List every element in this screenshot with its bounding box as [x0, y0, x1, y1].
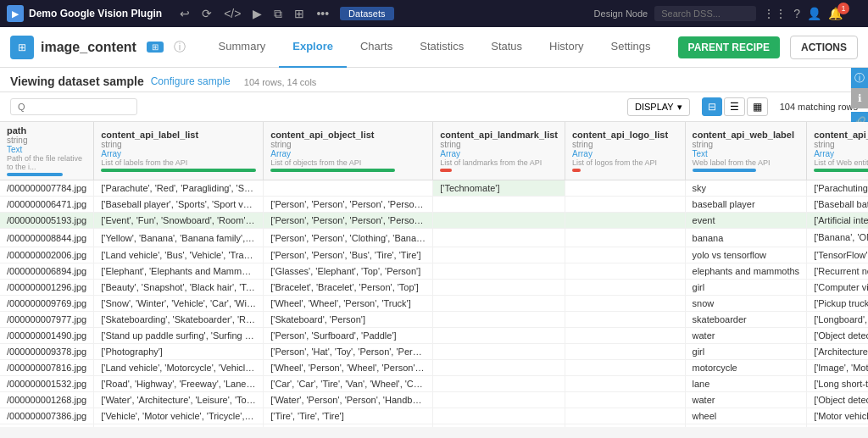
cell-label-list: ['Road', 'Highway', 'Freeway', 'Lane', '… — [94, 376, 264, 392]
code-btn[interactable]: </> — [220, 5, 245, 22]
cell-object-list: ['Car', 'Car', 'Tire', 'Van', 'Wheel', '… — [264, 376, 433, 392]
display-button[interactable]: DISPLAY ▾ — [627, 98, 690, 116]
cell-object-list: ['Person', 'Hat', 'Toy', 'Person', 'Pers… — [264, 344, 433, 360]
side-help-btn[interactable]: ℹ — [851, 88, 868, 108]
col-header-path: path string Text Path of the file relati… — [0, 122, 94, 180]
row-info: 104 rows, 14 cols — [244, 77, 317, 87]
cell-label-list: ['Baseball player', 'Sports', 'Sport ven… — [94, 197, 264, 213]
cell-label-list: ['Land vehicle', 'Bus', 'Vehicle', 'Tran… — [94, 247, 264, 263]
cell-logo-list — [565, 263, 686, 280]
parent-recipe-button[interactable]: PARENT RECIPE — [678, 36, 780, 58]
cell-web-label: skateboarder — [685, 312, 807, 328]
cell-logo-list — [565, 328, 686, 344]
cell-path: /000000007977.jpg — [0, 312, 94, 328]
col-header-web-label: content_api_web_label string Text Web la… — [685, 122, 807, 180]
table-row: /000000006894.jpg['Elephant', 'Elephants… — [0, 263, 868, 280]
cell-landmark-list — [433, 424, 565, 428]
cell-web-entity-list: ['TensorFlow', 'Object detection', 'Algo… — [807, 247, 868, 263]
datasets-label[interactable]: Datasets — [340, 7, 393, 20]
col-header-logo-list: content_api_logo_list string Array List … — [565, 122, 686, 180]
cell-web-entity-list: ['Long short-term memory', 'Data', 'Con.… — [807, 376, 868, 392]
cell-object-list: ['Wheel', 'Person', 'Wheel', 'Person', '… — [264, 360, 433, 376]
cell-logo-list — [565, 197, 686, 213]
tab-charts[interactable]: Charts — [347, 27, 406, 68]
view-toggle: ⊟ ☰ ▦ — [702, 97, 768, 116]
tab-summary[interactable]: Summary — [205, 27, 280, 68]
cell-object-list: ['Person', 'Person', 'Person', 'Person',… — [264, 197, 433, 213]
grid-btn[interactable]: ⊞ — [290, 5, 309, 22]
data-table-container: path string Text Path of the file relati… — [0, 122, 868, 427]
cell-web-entity-list: ['Object detection', 'Image segmentatio.… — [807, 392, 868, 408]
cell-object-list: ['Water', 'Person', 'Person', 'Handbag',… — [264, 392, 433, 408]
table-row: /000000001532.jpg['Road', 'Highway', 'Fr… — [0, 376, 868, 392]
help-icon[interactable]: ? — [793, 7, 800, 20]
help-circle-icon[interactable]: ⓘ — [174, 40, 186, 55]
table-row: /000000007816.jpg['Land vehicle', 'Motor… — [0, 360, 868, 376]
cell-landmark-list — [433, 263, 565, 280]
secondbar: ⊞ image_content ⊞ ⓘ Summary Explore Char… — [0, 27, 868, 68]
cell-path: /000000009769.jpg — [0, 296, 94, 312]
cell-web-entity-list: ['Image', 'Motion blur', 'Kernel', 'Conv… — [807, 360, 868, 376]
global-search[interactable] — [654, 6, 756, 21]
actions-button[interactable]: ACTIONS — [790, 36, 858, 59]
cell-path: /000000003255.jpg — [0, 424, 94, 428]
tab-statistics[interactable]: Statistics — [406, 27, 477, 68]
cell-web-label: baseball player — [685, 197, 807, 213]
cell-web-entity-list: ['Artificial intelligence', 'Image segme… — [807, 213, 868, 229]
cell-web-entity-list: ['Motor vehicle', 'Amazon SageMaker', '1… — [807, 408, 868, 424]
cell-web-entity-list: ['Object detection', 'Computer vision', … — [807, 328, 868, 344]
back-btn[interactable]: ↩ — [175, 5, 194, 22]
tab-status[interactable]: Status — [477, 27, 536, 68]
more-btn[interactable]: ••• — [312, 5, 333, 22]
grid-view-icon[interactable]: ⊟ — [702, 97, 722, 116]
design-node-label: Design Node — [594, 8, 648, 19]
search-input[interactable] — [10, 98, 137, 115]
data-table: path string Text Path of the file relati… — [0, 122, 868, 427]
table-row: /000000001296.jpg['Beauty', 'Snapshot', … — [0, 280, 868, 296]
side-info-btn[interactable]: ⓘ — [851, 68, 868, 88]
table-row: /000000009769.jpg['Snow', 'Winter', 'Veh… — [0, 296, 868, 312]
refresh-btn[interactable]: ⟳ — [198, 5, 216, 22]
cell-label-list: ['Parachute', 'Red', 'Paragliding', 'Sky… — [94, 180, 264, 197]
cell-web-label: yolo vs tensorflow — [685, 247, 807, 263]
cell-path: /000000006894.jpg — [0, 263, 94, 280]
list-view-icon[interactable]: ☰ — [724, 97, 745, 116]
chart-view-icon[interactable]: ▦ — [747, 97, 768, 116]
cell-landmark-list — [433, 408, 565, 424]
cell-path: /000000008844.jpg — [0, 229, 94, 247]
table-row: /000000007386.jpg['Vehicle', 'Motor vehi… — [0, 408, 868, 424]
cell-web-entity-list: ['Longboard', 'Skateboarding', 'Skatebo.… — [807, 312, 868, 328]
col-header-object-list: content_api_object_list string Array Lis… — [264, 122, 433, 180]
table-row: /000000003255.jpg['Snow', 'Mountainous l… — [0, 424, 868, 428]
cell-path: /000000009378.jpg — [0, 344, 94, 360]
table-row: /000000002006.jpg['Land vehicle', 'Bus',… — [0, 247, 868, 263]
user-icon[interactable]: 👤 — [807, 7, 821, 20]
play-btn[interactable]: ▶ — [248, 5, 266, 22]
cell-web-label: wheel — [685, 408, 807, 424]
col-header-label-list: content_api_label_list string Array List… — [94, 122, 264, 180]
cell-label-list: ['Stand up paddle surfing', 'Surfing Equ… — [94, 328, 264, 344]
cell-web-label: event — [685, 213, 807, 229]
dataset-tag: ⊞ — [147, 42, 164, 53]
tab-history[interactable]: History — [536, 27, 597, 68]
cell-web-label: snow — [685, 296, 807, 312]
cell-object-list: ['Person', 'Person', 'Person', 'Person',… — [264, 213, 433, 229]
cell-label-list: ['Event', 'Fun', 'Snowboard', 'Room', 'S… — [94, 213, 264, 229]
tab-settings[interactable]: Settings — [598, 27, 665, 68]
cell-web-entity-list: ['Architecture', 'Feature', 'Neural netw… — [807, 344, 868, 360]
logo-icon: ▶ — [7, 5, 24, 22]
cell-path: /000000001296.jpg — [0, 280, 94, 296]
cell-label-list: ['Land vehicle', 'Motorcycle', 'Vehicle'… — [94, 360, 264, 376]
configure-link[interactable]: Configure sample — [151, 75, 231, 87]
cell-landmark-list — [433, 328, 565, 344]
cell-path: /000000005193.jpg — [0, 213, 94, 229]
copy-btn[interactable]: ⧉ — [270, 5, 287, 23]
tab-explore[interactable]: Explore — [279, 27, 347, 68]
table-row: /000000001268.jpg['Water', 'Architecture… — [0, 392, 868, 408]
apps-icon[interactable]: ⋮⋮ — [763, 7, 787, 20]
cell-logo-list — [565, 180, 686, 197]
cell-landmark-list — [433, 213, 565, 229]
matching-rows-count: 104 matching rows — [780, 102, 858, 112]
cell-path: /000000007816.jpg — [0, 360, 94, 376]
dataset-icon: ⊞ — [10, 36, 34, 59]
